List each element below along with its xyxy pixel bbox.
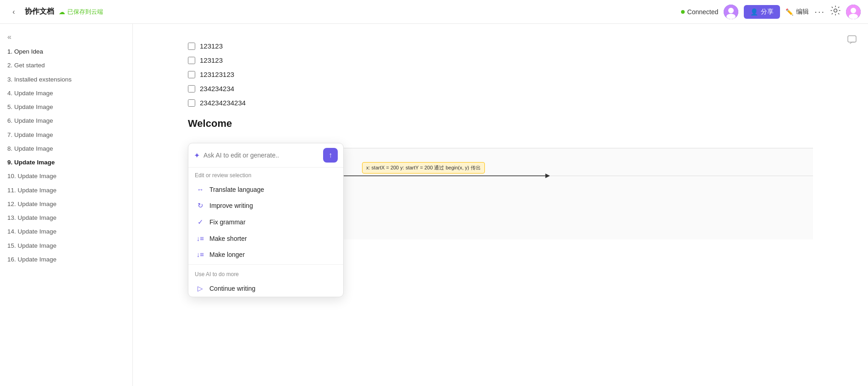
ai-input-row: ✦ ↑ — [188, 143, 343, 168]
svg-point-1 — [728, 8, 734, 13]
collapse-icon: « — [7, 33, 11, 41]
checkbox-2[interactable] — [188, 57, 195, 64]
ai-menu-icon-4: ↓≡ — [196, 234, 205, 242]
checklist-item-1: 123123 — [188, 42, 813, 50]
edit-button[interactable]: ✏️ 编辑 — [786, 8, 809, 16]
save-status: ☁ 已保存到云端 — [59, 8, 103, 16]
checklist-text-5: 234234234234 — [200, 99, 246, 107]
ai-divider — [188, 264, 343, 265]
app-header: ‹ 协作文档 ☁ 已保存到云端 Connected 👤 分享 ✏️ 编辑 ··· — [0, 0, 868, 24]
ai-section1-label: Edit or review selection — [188, 168, 343, 181]
save-status-text: 已保存到云端 — [67, 8, 103, 16]
sidebar-item-10[interactable]: 10. Update Image — [0, 169, 132, 183]
svg-marker-11 — [545, 174, 550, 178]
checkbox-4[interactable] — [188, 85, 195, 92]
ai-more-label-1: Continue writing — [209, 285, 255, 292]
send-up-arrow-icon: ↑ — [329, 151, 332, 159]
ai-menu-label-5: Make longer — [209, 251, 245, 258]
connected-label: Connected — [687, 8, 719, 16]
settings-button[interactable] — [830, 5, 841, 18]
checklist-item-2: 123123 — [188, 56, 813, 64]
chart-node: x: startX = 200 y: startY = 200 通过 begin… — [362, 162, 485, 174]
sidebar-item-1[interactable]: 1. Open Idea — [0, 45, 132, 59]
sidebar-collapse-button[interactable]: « — [0, 29, 132, 45]
ai-menu-icon-1: ↔ — [196, 185, 205, 193]
header-left: ‹ 协作文档 ☁ 已保存到云端 — [7, 5, 103, 18]
share-button[interactable]: 👤 分享 — [744, 5, 780, 19]
sidebar-item-13[interactable]: 13. Update Image — [0, 211, 132, 225]
sidebar-item-5[interactable]: 5. Update Image — [0, 100, 132, 114]
sidebar-item-7[interactable]: 7. Update Image — [0, 128, 132, 142]
user-avatar-2[interactable] — [846, 5, 861, 19]
comment-button[interactable] — [847, 35, 857, 48]
svg-point-5 — [851, 8, 856, 13]
checklist-text-4: 234234234 — [200, 85, 234, 92]
sidebar-item-11[interactable]: 11. Update Image — [0, 184, 132, 197]
ai-menu-icon-2: ↻ — [196, 201, 205, 210]
svg-point-6 — [849, 14, 858, 19]
main-layout: « 1. Open Idea2. Get started3. Installed… — [0, 24, 868, 386]
sidebar-item-12[interactable]: 12. Update Image — [0, 197, 132, 211]
ai-menu-label-4: Make shorter — [209, 235, 247, 242]
welcome-heading: Welcome — [188, 118, 813, 130]
ai-menu-label-1: Translate language — [209, 186, 264, 193]
edit-label: 编辑 — [796, 8, 809, 16]
settings-icon — [830, 5, 841, 16]
ai-menu-item-2[interactable]: ↻ Improve writing — [188, 197, 343, 214]
document-title: 协作文档 — [25, 7, 54, 16]
ai-section2-label: Use AI to do more — [188, 266, 343, 280]
ai-menu-items: ↔ Translate language ↻ Improve writing ✓… — [188, 181, 343, 262]
sidebar-item-16[interactable]: 16. Update Image — [0, 253, 132, 266]
sidebar-item-2[interactable]: 2. Get started — [0, 59, 132, 72]
ai-menu-item-5[interactable]: ↓≡ Make longer — [188, 246, 343, 262]
ai-more-icon-1: ▷ — [196, 284, 205, 293]
ai-menu-item-3[interactable]: ✓ Fix grammar — [188, 214, 343, 230]
ai-menu-label-3: Fix grammar — [209, 218, 246, 226]
sidebar-item-6[interactable]: 6. Update Image — [0, 114, 132, 128]
sidebar-item-15[interactable]: 15. Update Image — [0, 239, 132, 253]
checkbox-5[interactable] — [188, 99, 195, 107]
sidebar: « 1. Open Idea2. Get started3. Installed… — [0, 24, 133, 386]
cloud-icon: ☁ — [59, 8, 65, 16]
ai-menu-icon-3: ✓ — [196, 218, 205, 226]
checklist-text-2: 123123 — [200, 56, 223, 64]
checklist-item-3: 123123123 — [188, 71, 813, 78]
svg-point-2 — [726, 14, 736, 19]
comment-icon — [847, 35, 857, 45]
ai-sparkle-icon: ✦ — [194, 151, 200, 160]
sidebar-item-3[interactable]: 3. Installed exstensions — [0, 73, 132, 87]
checkbox-1[interactable] — [188, 43, 195, 50]
checklist-text-1: 123123 — [200, 42, 223, 50]
connected-badge: Connected — [681, 8, 719, 16]
header-right: Connected 👤 分享 ✏️ 编辑 ··· — [681, 5, 861, 19]
more-options-button[interactable]: ··· — [814, 6, 825, 17]
checklist: 123123 123123 123123123 234234234 234234… — [188, 42, 813, 107]
ai-menu-item-1[interactable]: ↔ Translate language — [188, 181, 343, 197]
ai-more-item-1[interactable]: ▷ Continue writing — [188, 280, 343, 297]
edit-pencil-icon: ✏️ — [786, 8, 793, 16]
checkbox-3[interactable] — [188, 71, 195, 78]
checklist-item-4: 234234234 — [188, 85, 813, 92]
sidebar-item-8[interactable]: 8. Update Image — [0, 142, 132, 156]
connected-dot-icon — [681, 10, 685, 14]
back-button[interactable]: ‹ — [7, 5, 20, 18]
user-avatar-1[interactable] — [724, 5, 738, 19]
checklist-item-5: 234234234234 — [188, 99, 813, 107]
svg-point-3 — [834, 9, 837, 12]
sidebar-item-4[interactable]: 4. Update Image — [0, 87, 132, 100]
sidebar-items: 1. Open Idea2. Get started3. Installed e… — [0, 45, 132, 266]
checklist-text-3: 123123123 — [200, 71, 234, 78]
main-content: 123123 123123 123123123 234234234 234234… — [133, 24, 868, 386]
ai-menu-icon-5: ↓≡ — [196, 250, 205, 258]
share-icon: 👤 — [750, 8, 758, 16]
ai-menu-label-2: Improve writing — [209, 202, 253, 209]
sidebar-item-9[interactable]: 9. Update Image — [0, 156, 132, 169]
share-label: 分享 — [761, 8, 774, 16]
svg-rect-7 — [848, 36, 856, 42]
ai-menu-item-4[interactable]: ↓≡ Make shorter — [188, 230, 343, 246]
ai-input[interactable] — [203, 152, 319, 159]
sidebar-item-14[interactable]: 14. Update Image — [0, 225, 132, 239]
ai-more-items: ▷ Continue writing — [188, 280, 343, 297]
ai-popup: ✦ ↑ Edit or review selection ↔ Translate… — [188, 143, 344, 297]
ai-send-button[interactable]: ↑ — [323, 148, 338, 163]
